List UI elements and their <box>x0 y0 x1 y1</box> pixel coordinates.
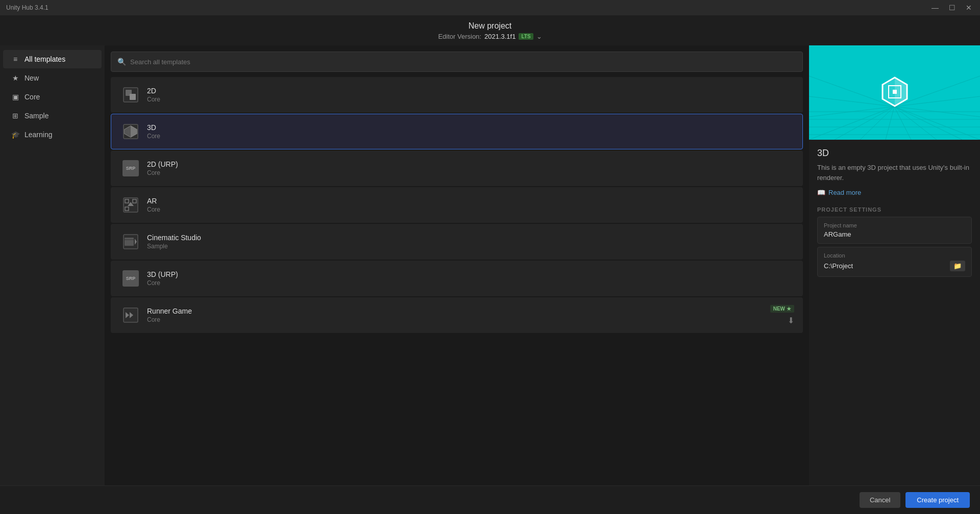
template-category-ar: Core <box>147 206 792 213</box>
preview-logo <box>878 75 911 110</box>
sidebar-label-sample: Sample <box>24 112 48 120</box>
lts-badge: LTS <box>519 33 533 40</box>
templates-list: 2D Core 3D Core <box>111 77 803 479</box>
location-label: Location <box>824 252 965 259</box>
sidebar-item-all-templates[interactable]: ≡ All templates <box>3 50 102 68</box>
square-icon: ▣ <box>11 93 19 101</box>
template-icon-2d <box>121 86 140 104</box>
editor-version-row: Editor Version: 2021.3.1f1 LTS ⌄ <box>0 33 980 40</box>
header: New project Editor Version: 2021.3.1f1 L… <box>0 15 980 45</box>
svg-rect-2 <box>130 94 136 100</box>
template-item-ar[interactable]: AR Core <box>111 187 803 223</box>
template-icon-runner <box>121 306 140 324</box>
list-icon: ≡ <box>11 55 19 63</box>
read-more-label: Read more <box>828 189 861 196</box>
template-icon-3d-urp: SRP <box>121 269 140 288</box>
app-title: Unity Hub 3.4.1 <box>6 4 48 11</box>
template-item-runner[interactable]: Runner Game Core NEW ★ ⬇ <box>111 297 803 333</box>
title-bar: Unity Hub 3.4.1 — ☐ ✕ <box>0 0 980 15</box>
search-bar[interactable]: 🔍 <box>111 52 803 72</box>
template-item-2d[interactable]: 2D Core <box>111 77 803 113</box>
selected-template-desc: This is an empty 3D project that uses Un… <box>817 163 972 183</box>
main-content: ≡ All templates ★ New ▣ Core ⊞ Sample 🎓 … <box>0 45 980 485</box>
graduation-icon: 🎓 <box>11 131 19 139</box>
editor-version-dropdown[interactable]: ⌄ <box>536 33 542 40</box>
template-category-2d: Core <box>147 96 792 103</box>
template-name-2d: 2D <box>147 87 792 95</box>
book-icon: 📖 <box>817 189 825 196</box>
maximize-button[interactable]: ☐ <box>947 3 958 12</box>
svg-rect-13 <box>125 238 134 246</box>
template-badges-runner: NEW ★ ⬇ <box>770 305 794 325</box>
template-info-2d: 2D Core <box>147 87 792 103</box>
template-category-runner: Core <box>147 316 792 323</box>
sidebar-item-sample[interactable]: ⊞ Sample <box>3 107 102 125</box>
template-info-runner: Runner Game Core <box>147 307 792 323</box>
cancel-button[interactable]: Cancel <box>860 492 900 508</box>
template-info-2d-urp: 2D (URP) Core <box>147 160 792 176</box>
template-item-2d-urp[interactable]: SRP 2D (URP) Core <box>111 150 803 186</box>
template-icon-ar <box>121 196 140 214</box>
template-name-runner: Runner Game <box>147 307 792 315</box>
location-field[interactable]: Location C:\Project 📁 <box>817 247 972 277</box>
editor-version-label: Editor Version: <box>438 33 481 40</box>
star-badge-icon: ★ <box>787 306 791 312</box>
urp-icon-2d: SRP <box>122 160 139 176</box>
sidebar-item-new[interactable]: ★ New <box>3 69 102 87</box>
nodes-icon: ⊞ <box>11 112 19 120</box>
selected-template-title: 3D <box>817 148 972 159</box>
template-category-2d-urp: Core <box>147 169 792 176</box>
urp-icon-3d: SRP <box>122 270 139 287</box>
browse-folder-button[interactable]: 📁 <box>950 261 965 271</box>
download-icon: ⬇ <box>788 316 794 325</box>
sidebar-label-new: New <box>24 74 39 82</box>
search-icon: 🔍 <box>117 58 126 66</box>
svg-rect-42 <box>893 90 897 94</box>
page-title: New project <box>0 21 980 31</box>
template-category-cinematic: Sample <box>147 243 792 250</box>
template-icon-3d <box>121 122 140 141</box>
template-info-cinematic: Cinematic Studio Sample <box>147 234 792 250</box>
footer: Cancel Create project <box>0 485 980 514</box>
project-settings-label: PROJECT SETTINGS <box>817 207 972 213</box>
template-item-3d-urp[interactable]: SRP 3D (URP) Core <box>111 261 803 296</box>
editor-version-value: 2021.3.1f1 <box>484 33 516 40</box>
new-badge: NEW ★ <box>770 305 794 313</box>
template-icon-2d-urp: SRP <box>121 159 140 177</box>
template-name-ar: AR <box>147 197 792 205</box>
project-name-label: Project name <box>824 222 965 228</box>
right-panel-content: 3D This is an empty 3D project that uses… <box>809 140 980 485</box>
template-info-ar: AR Core <box>147 197 792 213</box>
location-value: C:\Project 📁 <box>824 261 965 271</box>
template-item-cinematic[interactable]: Cinematic Studio Sample <box>111 224 803 260</box>
template-item-3d[interactable]: 3D Core <box>111 114 803 149</box>
template-info-3d: 3D Core <box>147 123 792 140</box>
search-input[interactable] <box>130 58 796 66</box>
right-panel: 3D This is an empty 3D project that uses… <box>809 45 980 485</box>
template-icon-cinematic <box>121 233 140 251</box>
template-name-cinematic: Cinematic Studio <box>147 234 792 242</box>
template-name-3d: 3D <box>147 123 792 132</box>
window-controls: — ☐ ✕ <box>929 3 974 12</box>
template-name-2d-urp: 2D (URP) <box>147 160 792 168</box>
sidebar-label-all-templates: All templates <box>24 55 65 63</box>
project-name-field[interactable]: Project name ARGame <box>817 217 972 244</box>
preview-area <box>809 45 980 140</box>
create-project-button[interactable]: Create project <box>905 492 970 508</box>
templates-area: 🔍 2D Core <box>105 45 809 485</box>
sidebar-label-core: Core <box>24 93 40 101</box>
sidebar-item-learning[interactable]: 🎓 Learning <box>3 125 102 144</box>
new-badge-text: NEW <box>773 306 785 312</box>
sidebar-item-core[interactable]: ▣ Core <box>3 88 102 106</box>
star-icon: ★ <box>11 74 19 82</box>
read-more-button[interactable]: 📖 Read more <box>817 189 861 196</box>
sidebar-label-learning: Learning <box>24 131 53 139</box>
template-category-3d-urp: Core <box>147 279 792 287</box>
template-category-3d: Core <box>147 133 792 140</box>
sidebar: ≡ All templates ★ New ▣ Core ⊞ Sample 🎓 … <box>0 45 105 485</box>
close-button[interactable]: ✕ <box>964 3 974 12</box>
minimize-button[interactable]: — <box>929 3 941 12</box>
template-info-3d-urp: 3D (URP) Core <box>147 270 792 287</box>
project-name-value[interactable]: ARGame <box>824 230 965 238</box>
location-path: C:\Project <box>824 262 853 270</box>
